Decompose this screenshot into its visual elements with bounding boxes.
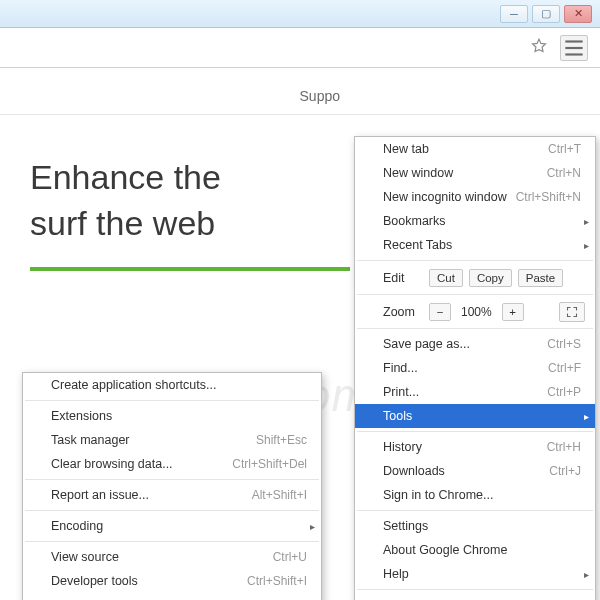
hero-underline: [30, 267, 350, 271]
main-menu-item-23[interactable]: ExitCtrl+Shift+Q: [355, 593, 595, 600]
sub-menu-item-8[interactable]: Encoding: [23, 514, 321, 538]
main-menu-item-21[interactable]: Help: [355, 562, 595, 586]
menu-separator: [357, 260, 593, 261]
main-menu-item-10[interactable]: Save page as...Ctrl+S: [355, 332, 595, 356]
menu-item-label: New window: [383, 166, 453, 180]
bookmark-star-icon[interactable]: [530, 37, 548, 59]
sub-menu-item-3[interactable]: Task managerShift+Esc: [23, 428, 321, 452]
window-titlebar: ─ ▢ ✕: [0, 0, 600, 28]
menu-item-label: Bookmarks: [383, 214, 446, 228]
cut-button[interactable]: Cut: [429, 269, 463, 287]
menu-item-label: History: [383, 440, 422, 454]
menu-separator: [25, 400, 319, 401]
hamburger-menu-button[interactable]: [560, 35, 588, 61]
zoom-value: 100%: [457, 305, 496, 319]
menu-item-label: Save page as...: [383, 337, 470, 351]
menu-item-label: Settings: [383, 519, 428, 533]
menu-item-label: Find...: [383, 361, 418, 375]
menu-separator: [25, 541, 319, 542]
menu-item-label: New tab: [383, 142, 429, 156]
menu-item-shortcut: Ctrl+N: [547, 166, 581, 180]
hero-line1: Enhance the: [30, 158, 221, 196]
menu-item-label: Create application shortcuts...: [51, 378, 216, 392]
menu-separator: [25, 510, 319, 511]
sub-menu-item-4[interactable]: Clear browsing data...Ctrl+Shift+Del: [23, 452, 321, 476]
menu-item-label: Print...: [383, 385, 419, 399]
menu-item-shortcut: Ctrl+U: [273, 550, 307, 564]
tools-submenu: Create application shortcuts...Extension…: [22, 372, 322, 600]
menu-separator: [357, 328, 593, 329]
main-menu-item-16[interactable]: DownloadsCtrl+J: [355, 459, 595, 483]
close-button[interactable]: ✕: [564, 5, 592, 23]
menu-item-shortcut: Ctrl+Shift+Del: [232, 457, 307, 471]
main-menu-item-3[interactable]: Bookmarks: [355, 209, 595, 233]
menu-separator: [357, 294, 593, 295]
nav-support-link[interactable]: Suppo: [300, 88, 340, 104]
menu-separator: [25, 479, 319, 480]
page-content: Suppo Enhance the surf the web riskom Ne…: [0, 68, 600, 600]
main-menu-item-12[interactable]: Print...Ctrl+P: [355, 380, 595, 404]
menu-item-label: New incognito window: [383, 190, 507, 204]
menu-item-shortcut: Ctrl+P: [547, 385, 581, 399]
menu-item-label: Extensions: [51, 409, 112, 423]
zoom-in-button[interactable]: +: [502, 303, 524, 321]
menu-item-label: Downloads: [383, 464, 445, 478]
sub-menu-item-11[interactable]: Developer toolsCtrl+Shift+I: [23, 569, 321, 593]
zoom-label: Zoom: [383, 305, 423, 319]
paste-button[interactable]: Paste: [518, 269, 563, 287]
hero-line2: surf the web: [30, 204, 215, 242]
menu-item-shortcut: Ctrl+S: [547, 337, 581, 351]
menu-item-label: Encoding: [51, 519, 103, 533]
copy-button[interactable]: Copy: [469, 269, 512, 287]
menu-item-shortcut: Ctrl+J: [549, 464, 581, 478]
menu-item-label: Report an issue...: [51, 488, 149, 502]
main-menu-item-17[interactable]: Sign in to Chrome...: [355, 483, 595, 507]
zoom-row: Zoom−100%+: [355, 298, 595, 325]
sub-menu-item-12[interactable]: JavaScript consoleCtrl+Shift+J: [23, 593, 321, 600]
menu-item-shortcut: Alt+Shift+I: [252, 488, 307, 502]
main-menu-item-2[interactable]: New incognito windowCtrl+Shift+N: [355, 185, 595, 209]
maximize-button[interactable]: ▢: [532, 5, 560, 23]
browser-toolbar: [0, 28, 600, 68]
menu-item-label: Task manager: [51, 433, 130, 447]
main-menu-item-19[interactable]: Settings: [355, 514, 595, 538]
menu-item-label: View source: [51, 550, 119, 564]
zoom-out-button[interactable]: −: [429, 303, 451, 321]
sub-menu-item-10[interactable]: View sourceCtrl+U: [23, 545, 321, 569]
main-menu-item-20[interactable]: About Google Chrome: [355, 538, 595, 562]
menu-item-shortcut: Ctrl+Shift+N: [516, 190, 581, 204]
main-menu-item-13[interactable]: Tools: [355, 404, 595, 428]
menu-item-shortcut: Ctrl+T: [548, 142, 581, 156]
menu-separator: [357, 589, 593, 590]
sub-menu-item-0[interactable]: Create application shortcuts...: [23, 373, 321, 397]
menu-item-shortcut: Ctrl+H: [547, 440, 581, 454]
main-menu-item-0[interactable]: New tabCtrl+T: [355, 137, 595, 161]
main-menu-item-4[interactable]: Recent Tabs: [355, 233, 595, 257]
menu-item-shortcut: Shift+Esc: [256, 433, 307, 447]
chrome-main-menu: New tabCtrl+TNew windowCtrl+NNew incogni…: [354, 136, 596, 600]
menu-item-label: Sign in to Chrome...: [383, 488, 493, 502]
main-menu-item-11[interactable]: Find...Ctrl+F: [355, 356, 595, 380]
menu-separator: [357, 431, 593, 432]
main-menu-item-1[interactable]: New windowCtrl+N: [355, 161, 595, 185]
minimize-button[interactable]: ─: [500, 5, 528, 23]
edit-row: EditCutCopyPaste: [355, 264, 595, 291]
sub-menu-item-2[interactable]: Extensions: [23, 404, 321, 428]
edit-label: Edit: [383, 271, 423, 285]
main-menu-item-15[interactable]: HistoryCtrl+H: [355, 435, 595, 459]
menu-item-label: Help: [383, 567, 409, 581]
menu-item-label: Tools: [383, 409, 412, 423]
menu-item-label: About Google Chrome: [383, 543, 507, 557]
fullscreen-button[interactable]: [559, 302, 585, 322]
menu-item-label: Developer tools: [51, 574, 138, 588]
menu-item-label: Clear browsing data...: [51, 457, 173, 471]
menu-item-label: Recent Tabs: [383, 238, 452, 252]
menu-item-shortcut: Ctrl+F: [548, 361, 581, 375]
sub-menu-item-6[interactable]: Report an issue...Alt+Shift+I: [23, 483, 321, 507]
menu-item-shortcut: Ctrl+Shift+I: [247, 574, 307, 588]
menu-separator: [357, 510, 593, 511]
